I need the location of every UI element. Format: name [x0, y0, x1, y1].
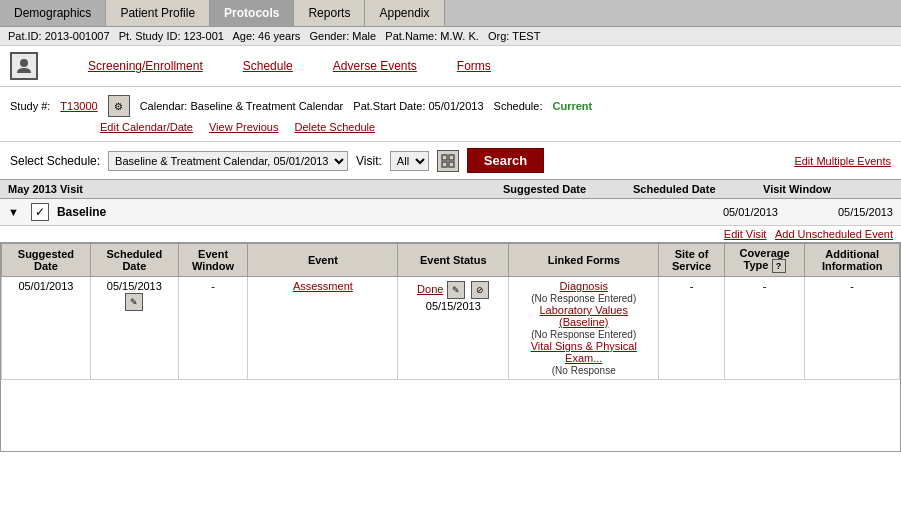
search-button[interactable]: Search [467, 148, 544, 173]
assessment-link[interactable]: Assessment [293, 280, 353, 292]
schedule-value: Current [553, 100, 593, 112]
cell-coverage-type: - [724, 277, 805, 380]
cell-site-of-service: - [659, 277, 725, 380]
col-additional-info: AdditionalInformation [805, 244, 900, 277]
tab-bar: Demographics Patient Profile Protocols R… [0, 0, 901, 27]
cell-suggested-date: 05/01/2013 [2, 277, 91, 380]
patient-name: Pat.Name: M.W. K. [385, 30, 479, 42]
tab-reports[interactable]: Reports [294, 0, 365, 26]
tab-appendix[interactable]: Appendix [365, 0, 444, 26]
visit-label: Visit: [356, 154, 382, 168]
vital-signs-response: (No Response [552, 365, 616, 376]
forms-link[interactable]: Forms [457, 59, 491, 73]
edit-calendar-link[interactable]: Edit Calendar/Date [100, 121, 193, 133]
delete-schedule-link[interactable]: Delete Schedule [294, 121, 375, 133]
view-previous-link[interactable]: View Previous [209, 121, 279, 133]
edit-multiple-events-link[interactable]: Edit Multiple Events [794, 155, 891, 167]
scheduled-date-header: Scheduled Date [633, 183, 763, 195]
cell-event[interactable]: Assessment [248, 277, 398, 380]
col-event-status: Event Status [398, 244, 509, 277]
coverage-help-icon[interactable]: ? [772, 259, 786, 273]
table-row: 05/01/2013 05/15/2013 ✎ - Assessment Don… [2, 277, 900, 380]
cell-additional-info: - [805, 277, 900, 380]
schedule-link[interactable]: Schedule [243, 59, 293, 73]
tab-patient-profile[interactable]: Patient Profile [106, 0, 210, 26]
col-scheduled-date: ScheduledDate [90, 244, 178, 277]
col-linked-forms: Linked Forms [509, 244, 659, 277]
cell-event-status: Done ✎ ⊘ 05/15/2013 [398, 277, 509, 380]
events-table-container[interactable]: SuggestedDate ScheduledDate EventWindow … [0, 242, 901, 452]
visit-header: May 2013 Visit Suggested Date Scheduled … [0, 179, 901, 199]
patient-org: Org: TEST [488, 30, 540, 42]
patient-age: Age: 46 years [232, 30, 300, 42]
cancel-status-icon[interactable]: ⊘ [471, 281, 489, 299]
done-link[interactable]: Done [417, 283, 443, 295]
patient-bar: Pat.ID: 2013-001007 Pt. Study ID: 123-00… [0, 27, 901, 46]
event-status-date: 05/15/2013 [426, 300, 481, 312]
edit-visit-row: Edit Visit Add Unscheduled Event [0, 226, 901, 242]
study-section: Study #: T13000 ⚙ Calendar: Baseline & T… [0, 87, 901, 142]
svg-point-0 [20, 59, 28, 67]
svg-rect-2 [449, 155, 454, 160]
lab-values-link[interactable]: Laboratory Values (Baseline) [513, 304, 654, 328]
nav-links-row: Screening/Enrollment Schedule Adverse Ev… [0, 46, 901, 87]
col-event: Event [248, 244, 398, 277]
select-row: Select Schedule: Baseline & Treatment Ca… [0, 142, 901, 179]
suggested-date-header: Suggested Date [503, 183, 633, 195]
diagnosis-response: (No Response Entered) [531, 293, 636, 304]
expand-icon[interactable] [437, 150, 459, 172]
col-coverage-type: CoverageType ? [724, 244, 805, 277]
visit-select[interactable]: All [390, 151, 429, 171]
baseline-check[interactable]: ✓ [31, 203, 49, 221]
patient-gender: Gender: Male [309, 30, 376, 42]
baseline-title: Baseline [57, 205, 715, 219]
baseline-suggested-date: 05/01/2013 [723, 206, 778, 218]
svg-rect-1 [442, 155, 447, 160]
user-icon [10, 52, 38, 80]
tab-demographics[interactable]: Demographics [0, 0, 106, 26]
vital-signs-link[interactable]: Vital Signs & Physical Exam... [513, 340, 654, 364]
baseline-row: ▼ ✓ Baseline 05/01/2013 05/15/2013 [0, 199, 901, 226]
svg-rect-4 [449, 162, 454, 167]
select-schedule-label: Select Schedule: [10, 154, 100, 168]
cell-event-window: - [178, 277, 248, 380]
study-id-link[interactable]: T13000 [60, 100, 97, 112]
visit-window-header: Visit Window [763, 183, 893, 195]
tab-protocols[interactable]: Protocols [210, 0, 294, 26]
pat-start-date: Pat.Start Date: 05/01/2013 [353, 100, 483, 112]
col-suggested-date: SuggestedDate [2, 244, 91, 277]
visit-header-title: May 2013 Visit [8, 183, 503, 195]
svg-rect-3 [442, 162, 447, 167]
patient-study-id: Pt. Study ID: 123-001 [119, 30, 224, 42]
patient-id: Pat.ID: 2013-001007 [8, 30, 110, 42]
schedule-select[interactable]: Baseline & Treatment Calendar, 05/01/201… [108, 151, 348, 171]
schedule-label: Schedule: [494, 100, 543, 112]
events-table: SuggestedDate ScheduledDate EventWindow … [1, 243, 900, 380]
diagnosis-link[interactable]: Diagnosis [513, 280, 654, 292]
study-settings-icon[interactable]: ⚙ [108, 95, 130, 117]
study-label: Study #: [10, 100, 50, 112]
baseline-scheduled-date: 05/15/2013 [838, 206, 893, 218]
collapse-chevron[interactable]: ▼ [8, 206, 19, 218]
cell-scheduled-date: 05/15/2013 ✎ [90, 277, 178, 380]
col-site-of-service: Site ofService [659, 244, 725, 277]
edit-visit-link[interactable]: Edit Visit [724, 228, 767, 240]
edit-scheduled-date-icon[interactable]: ✎ [125, 293, 143, 311]
lab-values-response: (No Response Entered) [531, 329, 636, 340]
screening-enrollment-link[interactable]: Screening/Enrollment [88, 59, 203, 73]
col-event-window: EventWindow [178, 244, 248, 277]
adverse-events-link[interactable]: Adverse Events [333, 59, 417, 73]
add-unscheduled-link[interactable]: Add Unscheduled Event [775, 228, 893, 240]
calendar-label: Calendar: Baseline & Treatment Calendar [140, 100, 344, 112]
edit-status-icon[interactable]: ✎ [447, 281, 465, 299]
cell-linked-forms: Diagnosis (No Response Entered) Laborato… [509, 277, 659, 380]
